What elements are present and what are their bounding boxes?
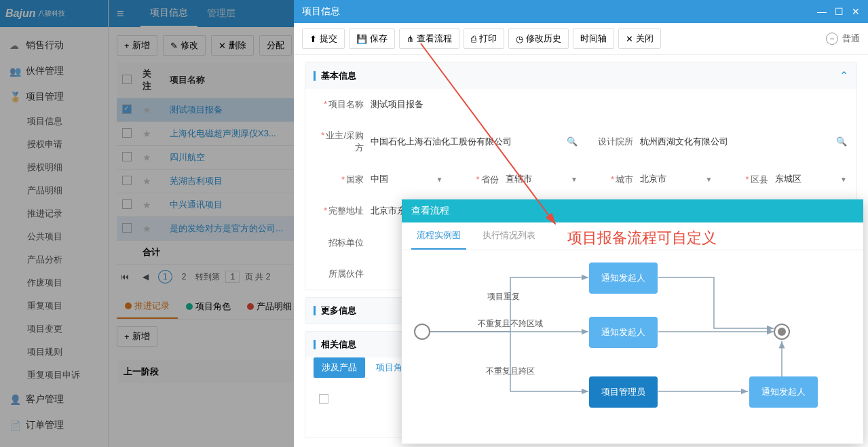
inner-check[interactable] — [319, 394, 328, 404]
clock-icon: ◷ — [516, 34, 523, 44]
save-icon: 💾 — [356, 34, 367, 44]
field-proj-name[interactable]: 测试项目报备 — [371, 98, 847, 111]
inner-tab-products[interactable]: 涉及产品 — [314, 357, 365, 378]
chevron-down-icon: ▼ — [436, 176, 443, 183]
share-icon: ⋔ — [407, 34, 414, 44]
flow-node-notify1[interactable]: 通知发起人 — [589, 263, 658, 294]
flow-title: 查看流程 — [402, 199, 863, 222]
flow-start-node — [414, 324, 430, 340]
flow-label-nodup-nocross: 不重复且不跨区域 — [478, 318, 543, 330]
close-button[interactable]: ✕关闭 — [618, 28, 661, 49]
x-icon: ✕ — [626, 34, 633, 44]
history-button[interactable]: ◷修改历史 — [508, 28, 569, 49]
mode-label: 普通 — [842, 33, 860, 45]
field-country[interactable]: 中国▼ — [371, 173, 443, 186]
section-basic: 基本信息 — [321, 70, 839, 82]
flow-label-dup: 项目重复 — [487, 291, 520, 303]
flow-modal: 查看流程 流程实例图 执行情况列表 项目报备流程可自定义 通知发起人 通知发起人… — [402, 199, 863, 444]
close-icon[interactable]: ✕ — [852, 6, 860, 17]
field-designer[interactable]: 杭州西湖文化有限公司🔍 — [640, 136, 847, 149]
flow-tab-list[interactable]: 执行情况列表 — [477, 222, 541, 250]
flow-tab-diagram[interactable]: 流程实例图 — [411, 222, 466, 250]
print-icon: ⎙ — [471, 34, 476, 44]
upload-icon: ⬆ — [309, 34, 317, 44]
submit-button[interactable]: ⬆提交 — [302, 28, 345, 49]
field-city[interactable]: 北京市▼ — [640, 173, 713, 186]
print-button[interactable]: ⎙打印 — [464, 28, 504, 49]
flow-label-nodup-cross: 不重复且跨区 — [486, 366, 535, 377]
chevron-down-icon: ▼ — [840, 176, 847, 183]
search-icon[interactable]: 🔍 — [836, 136, 847, 147]
flow-annotation: 项目报备流程可自定义 — [567, 228, 717, 248]
view-flow-button[interactable]: ⋔查看流程 — [399, 28, 459, 49]
flow-node-notify2[interactable]: 通知发起人 — [589, 317, 658, 348]
collapse-icon[interactable]: ⌃ — [839, 69, 848, 82]
flow-end-node — [774, 324, 790, 340]
minus-circle-icon[interactable]: − — [826, 33, 838, 45]
field-buyer[interactable]: 中国石化上海石油化工股份有限公司🔍 — [371, 136, 578, 149]
panel-title: 项目信息 — [302, 5, 340, 18]
flow-node-admin[interactable]: 项目管理员 — [589, 376, 658, 408]
field-district[interactable]: 东城区▼ — [775, 173, 848, 186]
maximize-icon[interactable]: ☐ — [835, 6, 844, 17]
field-province[interactable]: 直辖市▼ — [506, 173, 578, 186]
flow-node-notify3[interactable]: 通知发起人 — [749, 376, 818, 408]
minimize-icon[interactable]: — — [817, 6, 827, 17]
timeline-button[interactable]: 时间轴 — [573, 28, 614, 49]
save-button[interactable]: 💾保存 — [349, 28, 395, 49]
search-icon[interactable]: 🔍 — [567, 136, 578, 147]
chevron-down-icon: ▼ — [706, 176, 713, 183]
chevron-down-icon: ▼ — [571, 176, 578, 183]
